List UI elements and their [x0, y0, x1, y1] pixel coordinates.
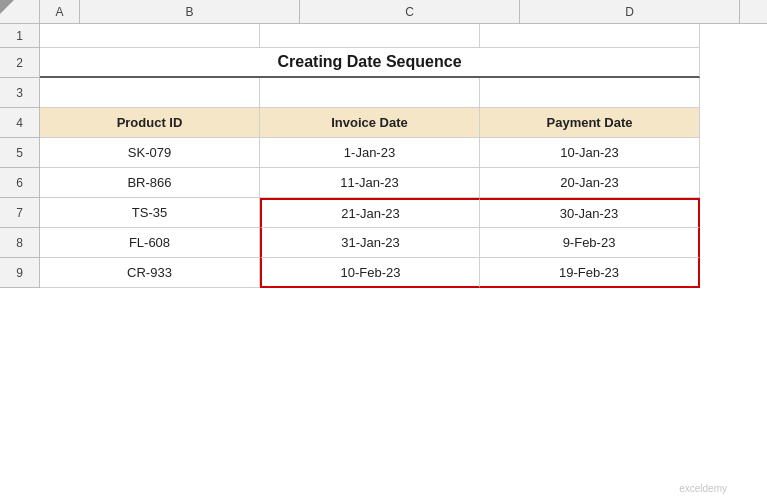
cell-d9-payment[interactable]: 19-Feb-23	[480, 258, 700, 288]
grid-row-5: SK-079 1-Jan-23 10-Jan-23	[40, 138, 767, 168]
cell-c7-invoice[interactable]: 21-Jan-23	[260, 198, 480, 228]
header-product-id[interactable]: Product ID	[40, 108, 260, 138]
row-num-6: 6	[0, 168, 40, 198]
watermark: exceldemy	[679, 483, 727, 494]
cell-b8-product[interactable]: FL-608	[40, 228, 260, 258]
col-header-d: D	[520, 0, 740, 23]
row-num-7: 7	[0, 198, 40, 228]
cell-c1[interactable]	[260, 24, 480, 48]
row-num-2: 2	[0, 48, 40, 78]
grid-row-6: BR-866 11-Jan-23 20-Jan-23	[40, 168, 767, 198]
grid-row-7: TS-35 21-Jan-23 30-Jan-23	[40, 198, 767, 228]
grid-row-8: FL-608 31-Jan-23 9-Feb-23	[40, 228, 767, 258]
cell-b5-product[interactable]: SK-079	[40, 138, 260, 168]
row-num-4: 4	[0, 108, 40, 138]
cell-d8-payment[interactable]: 9-Feb-23	[480, 228, 700, 258]
corner-cell	[0, 0, 40, 24]
row-num-1: 1	[0, 24, 40, 48]
row-num-3: 3	[0, 78, 40, 108]
col-header-a: A	[40, 0, 80, 23]
grid-row-2: Creating Date Sequence	[40, 48, 767, 78]
grid-row-4: Product ID Invoice Date Payment Date	[40, 108, 767, 138]
cell-b9-product[interactable]: CR-933	[40, 258, 260, 288]
grid-content: Creating Date Sequence Product ID Invoic…	[40, 24, 767, 288]
header-payment-date[interactable]: Payment Date	[480, 108, 700, 138]
cell-d3[interactable]	[480, 78, 700, 108]
row-numbers: 1 2 3 4 5 6 7 8 9	[0, 24, 40, 288]
title-cell: Creating Date Sequence	[40, 48, 700, 78]
row-num-9: 9	[0, 258, 40, 288]
cell-c9-invoice[interactable]: 10-Feb-23	[260, 258, 480, 288]
cell-b1[interactable]	[40, 24, 260, 48]
cell-d7-payment[interactable]: 30-Jan-23	[480, 198, 700, 228]
cell-b3[interactable]	[40, 78, 260, 108]
row-num-8: 8	[0, 228, 40, 258]
cell-c8-invoice[interactable]: 31-Jan-23	[260, 228, 480, 258]
cell-b6-product[interactable]: BR-866	[40, 168, 260, 198]
cell-c3[interactable]	[260, 78, 480, 108]
cell-d1[interactable]	[480, 24, 700, 48]
spreadsheet: A B C D 1 2 3 4 5 6 7 8 9	[0, 0, 767, 502]
grid-row-9: CR-933 10-Feb-23 19-Feb-23	[40, 258, 767, 288]
grid-row-1	[40, 24, 767, 48]
column-headers: A B C D	[0, 0, 767, 24]
cell-b7-product[interactable]: TS-35	[40, 198, 260, 228]
row-num-5: 5	[0, 138, 40, 168]
cell-c5-invoice[interactable]: 1-Jan-23	[260, 138, 480, 168]
cell-d5-payment[interactable]: 10-Jan-23	[480, 138, 700, 168]
cell-c6-invoice[interactable]: 11-Jan-23	[260, 168, 480, 198]
grid-row-3	[40, 78, 767, 108]
header-invoice-date[interactable]: Invoice Date	[260, 108, 480, 138]
col-header-c: C	[300, 0, 520, 23]
col-header-b: B	[80, 0, 300, 23]
sheet-body: 1 2 3 4 5 6 7 8 9 Creating Date Sequence	[0, 24, 767, 288]
cell-d6-payment[interactable]: 20-Jan-23	[480, 168, 700, 198]
